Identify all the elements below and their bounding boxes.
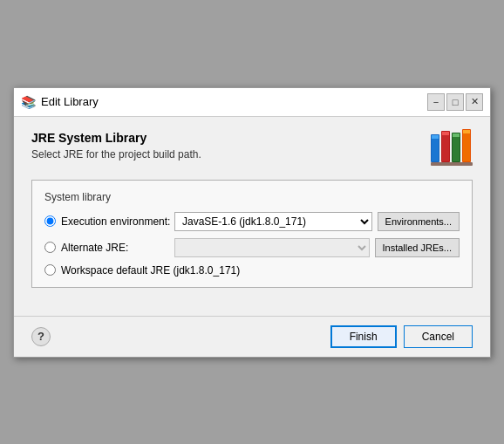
svg-rect-4: [442, 132, 449, 161]
header-section: JRE System Library Select JRE for the pr…: [31, 131, 473, 166]
alternate-jre-select[interactable]: [174, 238, 370, 257]
footer-buttons: Finish Cancel: [330, 325, 473, 348]
section-description: Select JRE for the project build path.: [31, 148, 201, 161]
edit-library-dialog: 📚 Edit Library − □ ✕ JRE System Library …: [13, 87, 491, 358]
alternate-jre-label: Alternate JRE:: [61, 242, 174, 254]
execution-environment-radio[interactable]: [44, 215, 56, 227]
alternate-jre-radio[interactable]: [44, 242, 56, 253]
svg-rect-8: [453, 133, 460, 137]
group-label: System library: [44, 191, 460, 203]
environments-button[interactable]: Environments...: [378, 212, 460, 231]
svg-rect-10: [463, 130, 470, 161]
workspace-default-row: Workspace default JRE (jdk1.8.0_171): [44, 264, 460, 277]
svg-rect-12: [431, 162, 473, 166]
books-icon: [431, 127, 473, 166]
execution-environment-label: Execution environment:: [61, 215, 174, 228]
svg-rect-11: [463, 130, 470, 133]
cancel-button[interactable]: Cancel: [404, 325, 473, 348]
help-button[interactable]: ?: [31, 327, 51, 346]
workspace-default-label: Workspace default JRE (jdk1.8.0_171): [61, 264, 240, 277]
system-library-group: System library Execution environment: Ja…: [31, 180, 473, 288]
finish-button[interactable]: Finish: [330, 325, 397, 348]
svg-rect-1: [432, 135, 439, 161]
header-text: JRE System Library Select JRE for the pr…: [31, 131, 201, 161]
dialog-body: JRE System Library Select JRE for the pr…: [14, 117, 490, 316]
dialog-icon: 📚: [21, 95, 36, 109]
svg-rect-7: [453, 133, 460, 161]
svg-rect-5: [442, 132, 449, 135]
window-controls: − □ ✕: [427, 93, 483, 111]
dialog-title: Edit Library: [41, 95, 427, 108]
dialog-footer: ? Finish Cancel: [14, 316, 490, 357]
section-title: JRE System Library: [31, 131, 201, 145]
installed-jres-button[interactable]: Installed JREs...: [375, 238, 460, 257]
workspace-default-radio[interactable]: [44, 264, 56, 276]
maximize-button[interactable]: □: [446, 93, 464, 111]
title-bar: 📚 Edit Library − □ ✕: [14, 88, 490, 117]
minimize-button[interactable]: −: [427, 93, 445, 111]
svg-rect-2: [432, 135, 439, 139]
alternate-jre-row: Alternate JRE: Installed JREs...: [44, 238, 460, 257]
execution-environment-select[interactable]: JavaSE-1.6 (jdk1.8.0_171): [174, 212, 372, 231]
execution-environment-row: Execution environment: JavaSE-1.6 (jdk1.…: [44, 212, 460, 231]
close-button[interactable]: ✕: [466, 93, 483, 111]
